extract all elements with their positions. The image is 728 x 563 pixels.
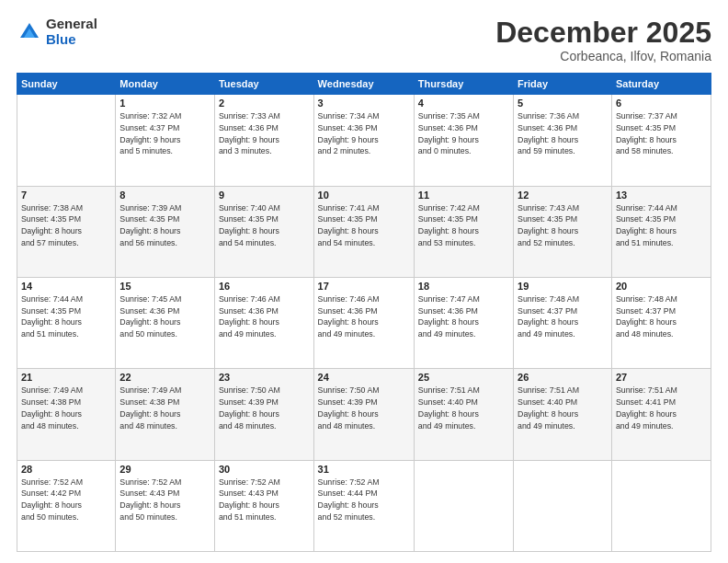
calendar-cell: 23Sunrise: 7:50 AM Sunset: 4:39 PM Dayli…	[214, 369, 313, 460]
logo-blue: Blue	[46, 32, 97, 48]
calendar-day-header: Tuesday	[214, 74, 313, 95]
day-info: Sunrise: 7:46 AM Sunset: 4:36 PM Dayligh…	[318, 293, 410, 340]
calendar-cell: 21Sunrise: 7:49 AM Sunset: 4:38 PM Dayli…	[17, 369, 116, 460]
calendar-cell: 29Sunrise: 7:52 AM Sunset: 4:43 PM Dayli…	[116, 460, 215, 551]
calendar-week-row: 1Sunrise: 7:32 AM Sunset: 4:37 PM Daylig…	[17, 95, 711, 186]
day-number: 24	[318, 372, 410, 383]
day-number: 28	[21, 464, 111, 475]
day-info: Sunrise: 7:52 AM Sunset: 4:42 PM Dayligh…	[21, 477, 111, 523]
day-info: Sunrise: 7:39 AM Sunset: 4:35 PM Dayligh…	[119, 202, 210, 249]
calendar-table: SundayMondayTuesdayWednesdayThursdayFrid…	[17, 73, 711, 552]
calendar-cell: 1Sunrise: 7:32 AM Sunset: 4:37 PM Daylig…	[116, 95, 215, 186]
day-info: Sunrise: 7:52 AM Sunset: 4:44 PM Dayligh…	[318, 477, 410, 523]
day-info: Sunrise: 7:32 AM Sunset: 4:37 PM Dayligh…	[119, 110, 210, 157]
day-number: 21	[21, 372, 111, 383]
month-title: December 2025	[495, 17, 711, 49]
calendar-cell: 9Sunrise: 7:40 AM Sunset: 4:35 PM Daylig…	[214, 186, 313, 277]
title-block: December 2025 Corbeanca, Ilfov, Romania	[495, 17, 711, 63]
day-info: Sunrise: 7:35 AM Sunset: 4:36 PM Dayligh…	[418, 110, 509, 157]
day-number: 25	[418, 372, 509, 383]
calendar-cell: 26Sunrise: 7:51 AM Sunset: 4:40 PM Dayli…	[514, 369, 612, 460]
day-number: 18	[418, 281, 509, 292]
calendar-cell: 22Sunrise: 7:49 AM Sunset: 4:38 PM Dayli…	[116, 369, 215, 460]
logo-text: General Blue	[46, 17, 97, 47]
calendar-cell: 6Sunrise: 7:37 AM Sunset: 4:35 PM Daylig…	[611, 95, 711, 186]
calendar-week-row: 21Sunrise: 7:49 AM Sunset: 4:38 PM Dayli…	[17, 369, 711, 460]
calendar-cell: 14Sunrise: 7:44 AM Sunset: 4:35 PM Dayli…	[17, 277, 116, 368]
day-number: 15	[119, 281, 210, 292]
day-info: Sunrise: 7:38 AM Sunset: 4:35 PM Dayligh…	[21, 202, 111, 249]
day-info: Sunrise: 7:51 AM Sunset: 4:40 PM Dayligh…	[518, 385, 608, 431]
calendar-day-header: Friday	[514, 74, 612, 95]
day-number: 3	[318, 98, 410, 109]
day-info: Sunrise: 7:40 AM Sunset: 4:35 PM Dayligh…	[219, 202, 310, 249]
day-number: 29	[119, 464, 210, 475]
day-number: 26	[518, 372, 608, 383]
day-number: 8	[119, 190, 210, 201]
day-number: 19	[518, 281, 608, 292]
day-number: 20	[616, 281, 707, 292]
page: General Blue December 2025 Corbeanca, Il…	[0, 0, 728, 563]
calendar-day-header: Thursday	[414, 74, 513, 95]
calendar-day-header: Monday	[116, 74, 215, 95]
day-number: 13	[616, 190, 707, 201]
calendar-cell: 15Sunrise: 7:45 AM Sunset: 4:36 PM Dayli…	[116, 277, 215, 368]
calendar-cell	[414, 460, 513, 551]
calendar-cell: 27Sunrise: 7:51 AM Sunset: 4:41 PM Dayli…	[611, 369, 711, 460]
subtitle: Corbeanca, Ilfov, Romania	[495, 49, 711, 63]
day-info: Sunrise: 7:43 AM Sunset: 4:35 PM Dayligh…	[518, 202, 608, 249]
day-info: Sunrise: 7:46 AM Sunset: 4:36 PM Dayligh…	[219, 293, 310, 340]
day-number: 14	[21, 281, 111, 292]
day-number: 6	[616, 98, 707, 109]
day-number: 5	[518, 98, 608, 109]
day-info: Sunrise: 7:49 AM Sunset: 4:38 PM Dayligh…	[119, 385, 210, 431]
day-number: 16	[219, 281, 310, 292]
day-info: Sunrise: 7:47 AM Sunset: 4:36 PM Dayligh…	[418, 293, 509, 340]
day-info: Sunrise: 7:36 AM Sunset: 4:36 PM Dayligh…	[518, 110, 608, 157]
calendar-cell: 3Sunrise: 7:34 AM Sunset: 4:36 PM Daylig…	[313, 95, 414, 186]
calendar-cell: 17Sunrise: 7:46 AM Sunset: 4:36 PM Dayli…	[313, 277, 414, 368]
calendar-week-row: 7Sunrise: 7:38 AM Sunset: 4:35 PM Daylig…	[17, 186, 711, 277]
day-number: 10	[318, 190, 410, 201]
calendar-cell: 7Sunrise: 7:38 AM Sunset: 4:35 PM Daylig…	[17, 186, 116, 277]
day-info: Sunrise: 7:48 AM Sunset: 4:37 PM Dayligh…	[518, 293, 608, 340]
day-info: Sunrise: 7:52 AM Sunset: 4:43 PM Dayligh…	[219, 477, 310, 523]
day-info: Sunrise: 7:51 AM Sunset: 4:40 PM Dayligh…	[418, 385, 509, 431]
day-number: 22	[119, 372, 210, 383]
logo: General Blue	[17, 17, 97, 47]
day-number: 1	[119, 98, 210, 109]
day-number: 9	[219, 190, 310, 201]
day-info: Sunrise: 7:44 AM Sunset: 4:35 PM Dayligh…	[21, 293, 111, 340]
calendar-cell: 20Sunrise: 7:48 AM Sunset: 4:37 PM Dayli…	[611, 277, 711, 368]
calendar-cell: 10Sunrise: 7:41 AM Sunset: 4:35 PM Dayli…	[313, 186, 414, 277]
calendar-day-header: Sunday	[17, 74, 116, 95]
header: General Blue December 2025 Corbeanca, Il…	[17, 17, 711, 63]
day-info: Sunrise: 7:49 AM Sunset: 4:38 PM Dayligh…	[21, 385, 111, 431]
day-number: 27	[616, 372, 707, 383]
day-info: Sunrise: 7:45 AM Sunset: 4:36 PM Dayligh…	[119, 293, 210, 340]
calendar-cell: 30Sunrise: 7:52 AM Sunset: 4:43 PM Dayli…	[214, 460, 313, 551]
calendar-cell	[17, 95, 116, 186]
day-info: Sunrise: 7:42 AM Sunset: 4:35 PM Dayligh…	[418, 202, 509, 249]
calendar-cell: 13Sunrise: 7:44 AM Sunset: 4:35 PM Dayli…	[611, 186, 711, 277]
calendar-cell: 31Sunrise: 7:52 AM Sunset: 4:44 PM Dayli…	[313, 460, 414, 551]
day-info: Sunrise: 7:34 AM Sunset: 4:36 PM Dayligh…	[318, 110, 410, 157]
calendar-cell: 24Sunrise: 7:50 AM Sunset: 4:39 PM Dayli…	[313, 369, 414, 460]
day-number: 31	[318, 464, 410, 475]
calendar-cell: 5Sunrise: 7:36 AM Sunset: 4:36 PM Daylig…	[514, 95, 612, 186]
calendar-day-header: Wednesday	[313, 74, 414, 95]
calendar-cell: 12Sunrise: 7:43 AM Sunset: 4:35 PM Dayli…	[514, 186, 612, 277]
calendar-cell	[514, 460, 612, 551]
day-number: 12	[518, 190, 608, 201]
calendar-cell: 4Sunrise: 7:35 AM Sunset: 4:36 PM Daylig…	[414, 95, 513, 186]
day-info: Sunrise: 7:37 AM Sunset: 4:35 PM Dayligh…	[616, 110, 707, 157]
calendar-cell: 28Sunrise: 7:52 AM Sunset: 4:42 PM Dayli…	[17, 460, 116, 551]
day-number: 4	[418, 98, 509, 109]
day-info: Sunrise: 7:44 AM Sunset: 4:35 PM Dayligh…	[616, 202, 707, 249]
calendar-cell: 11Sunrise: 7:42 AM Sunset: 4:35 PM Dayli…	[414, 186, 513, 277]
day-number: 11	[418, 190, 509, 201]
calendar-week-row: 28Sunrise: 7:52 AM Sunset: 4:42 PM Dayli…	[17, 460, 711, 551]
day-info: Sunrise: 7:51 AM Sunset: 4:41 PM Dayligh…	[616, 385, 707, 431]
calendar-cell: 8Sunrise: 7:39 AM Sunset: 4:35 PM Daylig…	[116, 186, 215, 277]
day-number: 23	[219, 372, 310, 383]
